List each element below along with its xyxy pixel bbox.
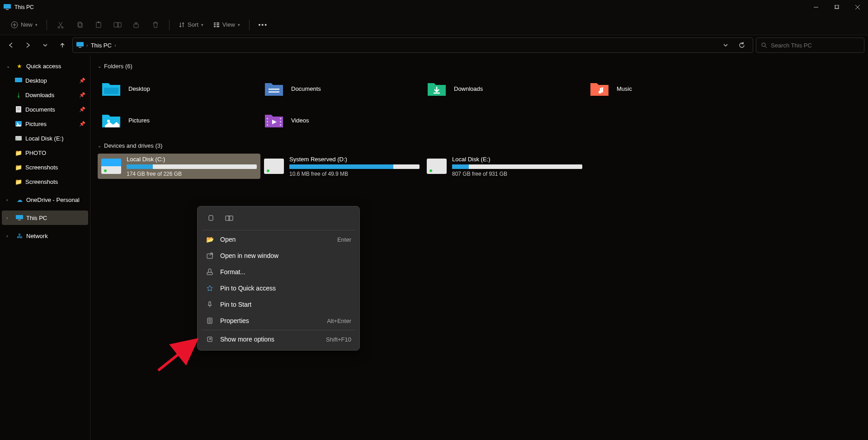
breadcrumb-root[interactable]: This PC <box>91 42 112 49</box>
videos-folder-icon <box>264 110 284 130</box>
folder-icon: 📁 <box>14 164 23 171</box>
sort-icon <box>179 22 185 28</box>
view-button[interactable]: View ▾ <box>210 17 244 33</box>
forward-button[interactable] <box>21 38 35 52</box>
drive-free-text: 10.6 MB free of 49.9 MB <box>289 171 420 177</box>
new-button[interactable]: New ▾ <box>7 17 41 33</box>
minimize-button[interactable] <box>806 0 826 14</box>
back-button[interactable] <box>4 38 18 52</box>
ctx-pin-start[interactable]: Pin to Start <box>200 296 357 313</box>
drive-d[interactable]: System Reserved (D:) 10.6 MB free of 49.… <box>260 154 423 179</box>
folders-group-header[interactable]: ⌄ Folders (6) <box>98 61 864 71</box>
separator <box>202 330 355 330</box>
sidebar-item-label: Local Disk (E:) <box>25 135 64 142</box>
folder-videos[interactable]: Videos <box>260 106 423 135</box>
drives-group-header[interactable]: ⌄ Devices and drives (3) <box>98 140 864 151</box>
folder-downloads[interactable]: Downloads <box>423 74 586 103</box>
chevron-down-icon: ⌄ <box>6 64 13 69</box>
cloud-icon: ☁ <box>15 197 24 203</box>
ctx-shortcut: Shift+F10 <box>326 336 351 343</box>
svg-rect-20 <box>214 24 216 25</box>
svg-rect-39 <box>104 88 118 94</box>
up-button[interactable] <box>55 38 70 52</box>
sidebar-item-label: OneDrive - Personal <box>26 197 80 203</box>
ctx-properties[interactable]: Properties Alt+Enter <box>200 313 357 329</box>
ctx-item-label: Show more options <box>220 336 274 343</box>
rename-button[interactable] <box>109 17 126 33</box>
recent-dropdown[interactable] <box>38 38 52 52</box>
svg-rect-38 <box>18 220 21 220</box>
sidebar-item-localdisk-e[interactable]: Local Disk (E:) <box>2 131 88 145</box>
network-icon: 🖧 <box>15 233 24 239</box>
cut-button[interactable] <box>52 17 69 33</box>
drive-icon <box>264 159 284 174</box>
svg-rect-45 <box>267 121 268 122</box>
ctx-pin-quick-access[interactable]: Pin to Quick access <box>200 280 357 296</box>
share-button[interactable] <box>128 17 145 33</box>
drive-e[interactable]: Local Disk (E:) 807 GB free of 931 GB <box>423 154 586 179</box>
copy-button[interactable] <box>71 17 88 33</box>
pin-icon: 📌 <box>79 121 85 127</box>
drive-c[interactable]: Local Disk (C:) 174 GB free of 226 GB <box>98 154 260 179</box>
ctx-item-label: Properties <box>220 317 249 324</box>
sidebar-item-screenshots-1[interactable]: 📁 Screenshots <box>2 160 88 174</box>
address-bar[interactable]: › This PC › <box>72 37 753 53</box>
properties-icon <box>206 317 214 324</box>
svg-rect-19 <box>214 23 216 23</box>
svg-rect-24 <box>217 26 219 27</box>
folder-music[interactable]: Music <box>586 74 749 103</box>
new-label: New <box>21 21 33 28</box>
ctx-copy-button[interactable] <box>203 211 219 225</box>
more-button[interactable]: ••• <box>255 17 271 33</box>
downloads-icon: ⭳ <box>14 92 23 98</box>
sidebar-thispc[interactable]: › This PC <box>2 211 88 225</box>
close-button[interactable] <box>847 0 868 14</box>
star-icon: ★ <box>15 63 24 70</box>
folder-label: Documents <box>291 85 321 92</box>
chevron-down-icon: ▾ <box>238 23 240 27</box>
folder-desktop[interactable]: Desktop <box>98 74 260 103</box>
sidebar-network[interactable]: › 🖧 Network <box>2 229 88 243</box>
search-bar[interactable] <box>756 37 864 53</box>
address-dropdown[interactable] <box>718 38 733 52</box>
sidebar-item-label: Desktop <box>25 77 47 84</box>
sidebar-item-desktop[interactable]: Desktop 📌 <box>2 73 88 88</box>
view-icon <box>213 22 220 28</box>
ctx-open[interactable]: 📂 Open Enter <box>200 231 357 248</box>
drives-header-label: Devices and drives (3) <box>104 142 162 149</box>
sidebar: ⌄ ★ Quick access Desktop 📌 ⭳ Downloads 📌… <box>0 55 90 440</box>
star-outline-icon <box>206 285 214 292</box>
sidebar-quick-access[interactable]: ⌄ ★ Quick access <box>2 59 88 73</box>
sidebar-item-pictures[interactable]: Pictures 📌 <box>2 117 88 131</box>
sidebar-onedrive[interactable]: › ☁ OneDrive - Personal <box>2 192 88 207</box>
refresh-button[interactable] <box>735 38 749 52</box>
svg-rect-26 <box>79 47 81 48</box>
delete-button[interactable] <box>147 17 164 33</box>
folder-documentsems[interactable]: Documents <box>260 74 423 103</box>
ctx-show-more[interactable]: Show more options Shift+F10 <box>200 331 357 347</box>
sidebar-item-label: Network <box>26 233 48 239</box>
quick-access-label: Quick access <box>26 63 61 70</box>
sidebar-item-screenshots-2[interactable]: 📁 Screenshots <box>2 174 88 189</box>
sidebar-item-documents[interactable]: Documents 📌 <box>2 102 88 117</box>
sort-button[interactable]: Sort ▾ <box>175 17 207 33</box>
search-input[interactable] <box>771 42 859 49</box>
drive-usage-bar <box>452 164 582 169</box>
sidebar-item-photo[interactable]: 📁 PHOTO <box>2 145 88 160</box>
pin-icon: 📌 <box>79 107 85 112</box>
sidebar-item-label: This PC <box>26 215 47 221</box>
ctx-open-new-window[interactable]: Open in new window <box>200 248 357 264</box>
sidebar-item-downloads[interactable]: ⭳ Downloads 📌 <box>2 88 88 102</box>
folder-pictures[interactable]: Pictures <box>98 106 260 135</box>
ctx-rename-button[interactable] <box>221 211 237 225</box>
paste-button[interactable] <box>90 17 107 33</box>
toolbar: New ▾ Sort ▾ View ▾ ••• <box>0 14 868 35</box>
maximize-button[interactable] <box>826 0 847 14</box>
thispc-icon <box>15 215 24 220</box>
folder-label: Pictures <box>128 117 150 124</box>
chevron-right-icon: › <box>6 234 13 239</box>
folders-header-label: Folders (6) <box>104 63 132 70</box>
chevron-down-icon: ⌄ <box>98 143 101 148</box>
ctx-format[interactable]: Format... <box>200 264 357 280</box>
expand-icon <box>206 336 214 343</box>
